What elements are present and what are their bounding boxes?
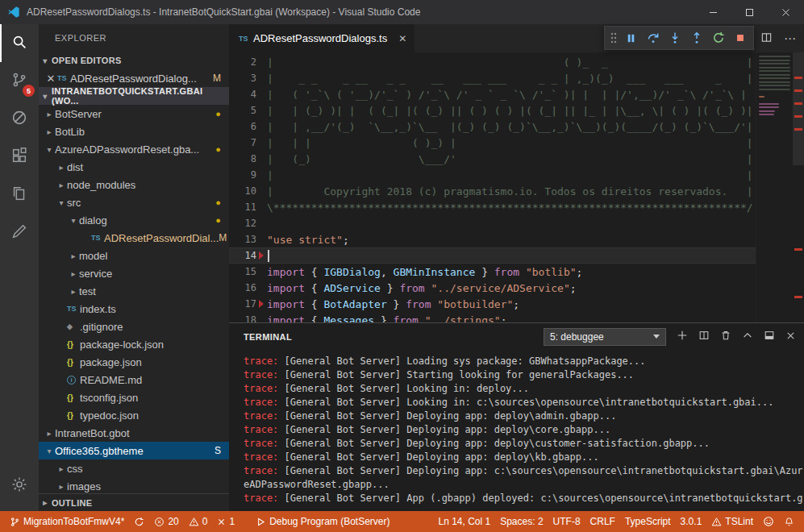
- code-line-11[interactable]: 11\*************************************…: [229, 199, 756, 215]
- tree-item-model[interactable]: ▸model: [39, 247, 229, 264]
- status-label: TSLint: [725, 516, 753, 527]
- close-tab-icon[interactable]: ✕: [398, 33, 406, 44]
- status-tslint[interactable]: TSLint: [706, 511, 758, 532]
- close-editor-icon[interactable]: ✕: [44, 73, 57, 85]
- code-line-3[interactable]: 3| _ _ _ __ _ _ __ ___ ___ _ _ | ,_)(_) …: [229, 70, 756, 86]
- tree-item-label: dialog: [79, 214, 107, 227]
- tree-item-images[interactable]: ▸images: [39, 477, 229, 493]
- editor-scrollbar[interactable]: [793, 52, 804, 322]
- tree-item-azureadpasswordreset-gba[interactable]: ▾AzureADPasswordReset.gba...●: [39, 140, 229, 158]
- workspace-section-header[interactable]: ▾ INTRANETBOTQUICKSTART.GBAI (WO...: [39, 87, 229, 105]
- tree-item-readme-md[interactable]: iREADME.md: [39, 371, 229, 389]
- extensions-activity-button[interactable]: [0, 138, 39, 176]
- line-number: 5: [229, 105, 256, 116]
- gutter: [256, 183, 267, 199]
- code-line-9[interactable]: 9| |: [229, 167, 756, 183]
- edit-activity-button[interactable]: [0, 214, 39, 251]
- split-terminal-icon[interactable]: [698, 330, 710, 343]
- code-line-17[interactable]: 17import { BotAdapter } from "botbuilder…: [229, 296, 756, 312]
- status-debug-program[interactable]: Debug Program (BotServer): [251, 511, 394, 532]
- code-line-13[interactable]: 13"use strict";: [229, 231, 756, 247]
- status-tasks[interactable]: 1: [212, 511, 240, 532]
- code-line-5[interactable]: 5| | (_) )| | ( (_| |( (_) || ( ) ( ) |(…: [229, 102, 756, 118]
- maximize-button[interactable]: [731, 0, 768, 24]
- status-sync[interactable]: [129, 511, 149, 532]
- status-errors[interactable]: 20: [149, 511, 183, 532]
- source-control-activity-button[interactable]: 5: [0, 62, 39, 100]
- status-version[interactable]: 3.0.1: [676, 511, 707, 532]
- code-line-4[interactable]: 4| ( '_`\ ( '__)/'_` ) /'_`\ /' _ ` _ `\…: [229, 86, 756, 102]
- tree-item-src[interactable]: ▾src●: [39, 193, 229, 211]
- outline-section-header[interactable]: ▸ OUTLINE: [39, 493, 229, 511]
- code-line-15[interactable]: 15import { IGBDialog, GBMinInstance } fr…: [229, 264, 756, 280]
- code-line-18[interactable]: 18import { Messages } from "../strings";: [229, 312, 756, 322]
- open-editor-item[interactable]: ✕ TS ADResetPasswordDialog... M: [39, 69, 229, 87]
- pause-button[interactable]: [620, 27, 642, 48]
- stop-button[interactable]: [729, 27, 751, 48]
- restart-button[interactable]: [707, 27, 729, 48]
- minimap[interactable]: [756, 52, 793, 322]
- tree-item-dist[interactable]: ▸dist: [39, 158, 229, 176]
- tree-item-office365-gbtheme[interactable]: ▾Office365.gbthemeS: [39, 442, 229, 459]
- tree-item-index-ts[interactable]: TSindex.ts: [39, 300, 229, 318]
- code-line-7[interactable]: 7| | | ( )_) | |: [229, 135, 756, 151]
- code-line-8[interactable]: 8| (_) \___/' |: [229, 151, 756, 167]
- code-line-6[interactable]: 6| | ,__/'(_) `\__,_)`\__ |(_) (_) (_)`\…: [229, 118, 756, 135]
- tree-item-typedoc-json[interactable]: {}typedoc.json: [39, 406, 229, 424]
- tree-item-intranetbot-gbot[interactable]: ▸IntranetBot.gbot: [39, 424, 229, 442]
- code-line-12[interactable]: 12: [229, 215, 756, 231]
- status-feedback[interactable]: [758, 511, 779, 532]
- code-line-10[interactable]: 10| Copyright 2018 (c) pragmatismo.io. T…: [229, 183, 756, 199]
- minimize-button[interactable]: [695, 0, 731, 24]
- code-line-16[interactable]: 16import { ADService } from "../service/…: [229, 280, 756, 296]
- tree-item-package-json[interactable]: {}package.json: [39, 353, 229, 371]
- terminal-output[interactable]: trace: [General Bot Server] Loading sys …: [229, 350, 804, 511]
- trace-prefix: trace:: [244, 369, 278, 380]
- status-language[interactable]: TypeScript: [620, 511, 676, 532]
- terminal-tab[interactable]: TERMINAL: [244, 332, 292, 342]
- code-line-14[interactable]: 14: [229, 247, 756, 264]
- tab-adresetpassworddialogs[interactable]: TS ADResetPasswordDialogs.ts ✕: [229, 24, 414, 52]
- close-panel-icon[interactable]: [785, 330, 796, 343]
- status-eol[interactable]: CRLF: [585, 511, 620, 532]
- tree-item-test[interactable]: ▸test: [39, 282, 229, 300]
- tree-item-gitignore[interactable]: ◆.gitignore: [39, 318, 229, 335]
- tree-item-node-modules[interactable]: ▸node_modules: [39, 176, 229, 193]
- code-line-2[interactable]: 2| ( )_ _ |: [229, 54, 756, 70]
- code-editor: 2| ( )_ _ |3| _ _ _ __ _ _ __ ___ ___ _ …: [229, 52, 804, 322]
- maximize-panel-icon[interactable]: [742, 330, 753, 343]
- tree-item-botserver[interactable]: ▸BotServer●: [39, 105, 229, 123]
- more-actions-icon[interactable]: ⋯: [784, 31, 796, 46]
- kill-terminal-icon[interactable]: [720, 330, 731, 343]
- step-into-button[interactable]: [664, 27, 685, 48]
- drag-handle-icon[interactable]: [607, 27, 620, 48]
- status-indentation[interactable]: Spaces: 2: [495, 511, 548, 532]
- terminal-selector[interactable]: 5: debuggee: [544, 328, 666, 346]
- close-button[interactable]: [768, 0, 804, 24]
- toggle-panel-icon[interactable]: [764, 330, 775, 343]
- search-activity-button[interactable]: [0, 24, 39, 62]
- tree-item-tsconfig-json[interactable]: {}tsconfig.json: [39, 389, 229, 406]
- gutter: [256, 86, 267, 102]
- tree-item-dialog[interactable]: ▾dialog●: [39, 211, 229, 229]
- tree-item-service[interactable]: ▸service: [39, 264, 229, 282]
- open-editors-header[interactable]: ▾ OPEN EDITORS: [39, 52, 229, 69]
- debug-activity-button[interactable]: [0, 100, 39, 138]
- step-over-button[interactable]: [642, 27, 664, 48]
- tree-item-css[interactable]: ▸css: [39, 459, 229, 477]
- chevron-down-icon: ▾: [56, 198, 67, 207]
- tree-item-package-lock-json[interactable]: {}package-lock.json: [39, 335, 229, 353]
- status-git-branch[interactable]: MigrationToBotFmwV4*: [5, 511, 129, 532]
- step-out-button[interactable]: [685, 27, 707, 48]
- settings-button[interactable]: [0, 467, 39, 505]
- status-encoding[interactable]: UTF-8: [548, 511, 585, 532]
- tree-item-botlib[interactable]: ▸BotLib: [39, 123, 229, 140]
- status-notifications[interactable]: [779, 511, 799, 532]
- tree-item-adresetpassworddial[interactable]: TSADResetPasswordDial...M: [39, 229, 229, 247]
- new-terminal-icon[interactable]: [677, 330, 688, 343]
- status-cursor-position[interactable]: Ln 14, Col 1: [433, 511, 495, 532]
- scrollbar-thumb[interactable]: [793, 52, 804, 165]
- status-warnings[interactable]: 0: [184, 511, 213, 532]
- files-activity-button[interactable]: [0, 176, 39, 214]
- split-editor-icon[interactable]: [760, 31, 773, 46]
